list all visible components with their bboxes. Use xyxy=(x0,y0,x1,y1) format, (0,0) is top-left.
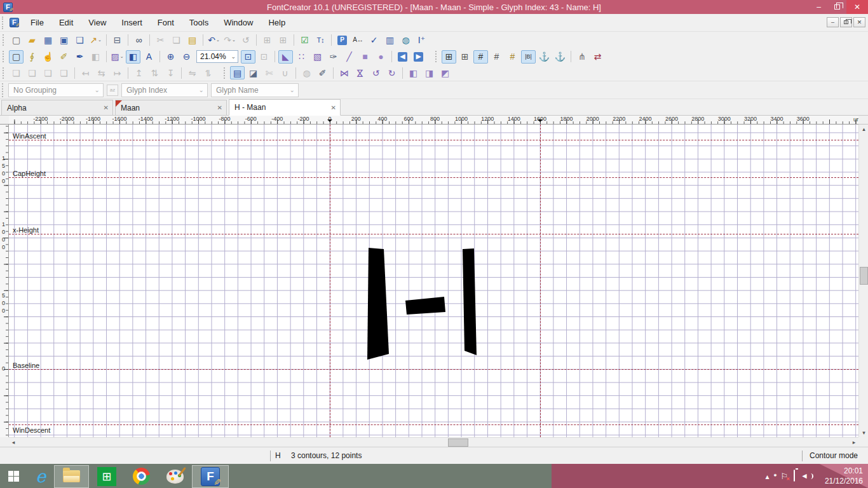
zoom-in-button[interactable]: ⊕ xyxy=(163,50,178,64)
tray-expand-icon[interactable]: ▴ xyxy=(765,470,769,482)
vertical-ruler[interactable]: 1 5 0 01 0 0 05 0 00 xyxy=(0,125,9,437)
save-button[interactable]: ▣ xyxy=(57,34,71,47)
draw-tool[interactable]: ✒ xyxy=(72,50,87,64)
fontcreator-icon[interactable] xyxy=(192,465,229,488)
lock-guidelines-button[interactable]: # xyxy=(505,50,520,64)
menu-tools[interactable]: Tools xyxy=(182,15,216,30)
zoom-out-button[interactable]: ⊖ xyxy=(179,50,194,64)
scroll-down-icon[interactable]: ▾ xyxy=(859,428,868,437)
snap-grid-button[interactable]: ⊞ xyxy=(458,50,472,64)
guide-winascent[interactable]: WinAscent xyxy=(9,140,858,140)
glyph-left-stem[interactable] xyxy=(367,248,389,360)
volume-icon[interactable] xyxy=(801,471,813,480)
paint-icon[interactable] xyxy=(158,465,192,488)
print-button[interactable]: ⊟ xyxy=(110,34,125,47)
store-icon[interactable] xyxy=(89,465,125,488)
explorer-icon[interactable] xyxy=(54,465,89,488)
horizontal-scroll-thumb[interactable] xyxy=(448,438,468,447)
find-button[interactable]: ∞ xyxy=(132,34,146,47)
guide-advance-width[interactable] xyxy=(540,125,541,437)
guide-origin[interactable] xyxy=(330,125,330,437)
zoom-fit-button[interactable]: ⊡ xyxy=(241,50,255,64)
preview-button[interactable]: ▥ xyxy=(383,34,397,47)
tab-alpha[interactable]: Alpha✕ xyxy=(1,100,113,115)
menu-help[interactable]: Help xyxy=(261,15,293,30)
lasso-tool[interactable]: ∮ xyxy=(25,50,39,64)
glyph-right-stem[interactable] xyxy=(463,248,477,355)
glyph-name-dropdown[interactable]: Glyph Name ⌄ xyxy=(211,83,299,97)
glyph-fill-button[interactable]: A xyxy=(142,50,156,64)
next-glyph-button[interactable]: ▶ xyxy=(411,50,426,64)
battery-icon[interactable] xyxy=(794,470,795,482)
mdi-restore-button[interactable] xyxy=(840,17,852,27)
guide-capheight[interactable]: CapHeight xyxy=(9,177,858,178)
tab-close-icon[interactable]: ✕ xyxy=(331,104,336,111)
anchor-button[interactable]: ⚓ xyxy=(537,50,552,64)
guide-baseline[interactable]: Baseline xyxy=(9,369,858,370)
contour-mode-button[interactable]: ◧ xyxy=(126,50,140,64)
close-button[interactable]: ✕ xyxy=(846,0,868,14)
autokern-button[interactable]: A↔ xyxy=(351,34,365,47)
ellipse-tool[interactable]: ● xyxy=(374,50,388,64)
exclude-button[interactable]: ◨ xyxy=(422,66,437,79)
test-font-button[interactable]: ✓ xyxy=(367,34,381,47)
open-button[interactable]: ▰ xyxy=(25,34,39,47)
font-overview-button[interactable]: ▦ xyxy=(41,34,55,47)
union-button[interactable]: ◧ xyxy=(406,66,421,79)
insert-character-button[interactable]: I⁺ xyxy=(414,34,429,47)
horizontal-ruler[interactable]: -2200-2000-1800-1600-1400-1200-1000-800-… xyxy=(0,116,868,125)
tab-maan[interactable]: Maan✕ xyxy=(115,100,227,115)
menu-insert[interactable]: Insert xyxy=(114,15,150,30)
start-button[interactable] xyxy=(0,465,27,488)
menu-edit[interactable]: Edit xyxy=(51,15,81,30)
zoom-level-combo[interactable]: 21.04%⌄ xyxy=(196,50,238,63)
rotate-cw-button[interactable]: ↻ xyxy=(384,66,399,79)
show-guidelines-button[interactable]: # xyxy=(473,50,488,64)
tab-close-icon[interactable]: ✕ xyxy=(104,104,109,111)
flip-horizontal-button[interactable]: ⋈ xyxy=(337,66,351,79)
vertical-scroll-thumb[interactable] xyxy=(860,267,868,285)
signature-tool[interactable]: ✑ xyxy=(326,50,341,64)
menu-file[interactable]: File xyxy=(23,15,51,30)
sort-az-button[interactable]: az xyxy=(107,85,118,96)
flip-vertical-button[interactable]: ⋈ xyxy=(353,66,367,79)
metrics-button[interactable]: ⇄ xyxy=(590,50,605,64)
undo-button[interactable]: ↶⌄ xyxy=(207,34,221,47)
guide-windescent[interactable]: WinDescent xyxy=(9,424,858,425)
show-grid-button[interactable]: ⊞ xyxy=(442,50,456,64)
measure-tool[interactable]: ✐ xyxy=(57,50,71,64)
mdi-minimize-button[interactable]: – xyxy=(827,17,839,27)
eraser-tool[interactable]: ◪ xyxy=(246,66,261,79)
chrome-icon[interactable] xyxy=(125,465,158,488)
save-all-button[interactable]: ❏ xyxy=(72,34,87,47)
tab-close-icon[interactable]: ✕ xyxy=(217,104,222,111)
tab-h-maan[interactable]: H - Maan✕ xyxy=(229,99,341,116)
show-bearings-button[interactable]: |B| xyxy=(521,50,536,64)
scroll-up-icon[interactable]: ▴ xyxy=(859,125,868,133)
knife-tool[interactable]: ✐ xyxy=(315,66,330,79)
glyph-crossbar[interactable] xyxy=(405,297,445,315)
pan-tool[interactable]: ☝ xyxy=(41,50,55,64)
rectangle-tool[interactable]: ■ xyxy=(358,50,372,64)
horizontal-scrollbar[interactable]: ◂ ▸ xyxy=(9,437,858,447)
glyph-index-dropdown[interactable]: Glyph Index ⌄ xyxy=(121,83,208,97)
ie-icon[interactable] xyxy=(27,465,54,488)
grouping-dropdown[interactable]: No Grouping ⌄ xyxy=(8,83,104,97)
minimize-button[interactable]: – xyxy=(810,0,828,14)
mdi-close-button[interactable]: ✕ xyxy=(853,17,865,27)
rotate-ccw-button[interactable]: ↺ xyxy=(369,66,383,79)
web-preview-button[interactable]: ◍ xyxy=(398,34,413,47)
lock-anchor-button[interactable]: ⚓ xyxy=(553,50,567,64)
menu-font[interactable]: Font xyxy=(150,15,182,30)
line-tool[interactable]: ╱ xyxy=(342,50,356,64)
previous-glyph-button[interactable]: ◀ xyxy=(395,50,410,64)
snap-guidelines-button[interactable]: # xyxy=(489,50,504,64)
export-button[interactable]: ↗⌄ xyxy=(88,34,103,47)
paste-button[interactable]: ▤ xyxy=(185,34,200,47)
glyph-properties-button[interactable]: ▤ xyxy=(230,66,245,79)
glyph-edit-canvas[interactable]: WinAscentCapHeightx-HeightBaselineWinDes… xyxy=(9,125,858,437)
intersect-button[interactable]: ◩ xyxy=(438,66,452,79)
guide-x-height[interactable]: x-Height xyxy=(9,234,858,234)
validate-button[interactable]: ☑ xyxy=(297,34,312,47)
background-image-button[interactable]: ▨⌄ xyxy=(110,50,125,64)
